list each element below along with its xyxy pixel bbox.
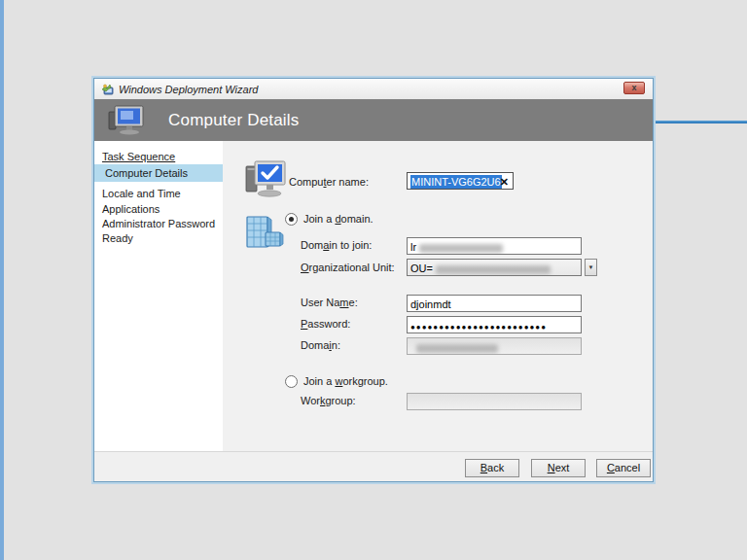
workgroup-label: Workgroup: xyxy=(301,395,356,406)
domain-to-join-input[interactable]: lr xyxy=(407,237,582,255)
sidebar-item-locale-and-time: Locale and Time xyxy=(94,186,223,201)
window-title: Windows Deployment Wizard xyxy=(119,84,258,95)
sidebar-item-ready: Ready xyxy=(94,230,223,246)
computer-name-value: MININT-VG6G2U6 xyxy=(410,175,502,189)
organizational-unit-label: Organizational Unit: xyxy=(301,262,395,273)
domain-to-join-label: Domain to join: xyxy=(301,239,372,251)
content-area: Task Sequence Computer Details Locale an… xyxy=(94,141,653,451)
sidebar-item-computer-details[interactable]: Computer Details xyxy=(94,164,223,182)
next-button[interactable]: Next xyxy=(531,459,586,477)
computer-name-input[interactable]: MININT-VG6G2U6 ✕ xyxy=(407,172,514,190)
sidebar-item-task-sequence[interactable]: Task Sequence xyxy=(94,149,223,164)
cancel-button[interactable]: Cancel xyxy=(596,459,651,477)
redacted-text xyxy=(436,265,551,274)
chevron-down-icon[interactable]: ▼ xyxy=(585,259,597,276)
wizard-window: Windows Deployment Wizard x Computer Det… xyxy=(93,78,654,482)
join-domain-label: Join a domain. xyxy=(303,213,374,225)
back-button[interactable]: Back xyxy=(465,459,519,477)
form-area: Computer name: MININT-VG6G2U6 ✕ Join a d… xyxy=(223,141,653,451)
left-edge-stripe xyxy=(0,0,4,560)
horizontal-accent-line xyxy=(654,121,747,123)
clear-icon[interactable]: ✕ xyxy=(500,174,509,190)
desktop-background: Windows Deployment Wizard x Computer Det… xyxy=(0,0,747,560)
organizational-unit-value: OU= xyxy=(410,262,433,274)
password-input[interactable]: ●●●●●●●●●●●●●●●●●●●●●●●● xyxy=(407,316,582,333)
workgroup-input xyxy=(407,393,582,410)
join-domain-radio[interactable] xyxy=(285,213,298,226)
redacted-text xyxy=(419,244,503,253)
domain-readonly-label: Domain: xyxy=(301,339,340,351)
button-bar: Back Next Cancel xyxy=(94,451,653,481)
computer-name-label: Computer name: xyxy=(289,176,369,188)
page-title: Computer Details xyxy=(168,111,300,130)
domain-to-join-value: lr xyxy=(410,241,416,253)
computer-check-icon xyxy=(244,158,289,203)
sidebar-item-administrator-password: Administrator Password xyxy=(94,216,223,231)
wizard-sidebar: Task Sequence Computer Details Locale an… xyxy=(94,141,223,451)
user-name-value: djoinmdt xyxy=(410,298,451,310)
password-label: Password: xyxy=(301,318,350,330)
titlebar[interactable]: Windows Deployment Wizard x xyxy=(94,79,653,99)
sidebar-item-applications: Applications xyxy=(94,201,223,217)
password-value: ●●●●●●●●●●●●●●●●●●●●●●●● xyxy=(410,323,547,332)
close-icon[interactable]: x xyxy=(623,82,645,94)
join-workgroup-radio[interactable] xyxy=(285,375,298,388)
computer-monitor-icon xyxy=(108,105,147,136)
user-name-input[interactable]: djoinmdt xyxy=(407,295,582,312)
wizard-app-icon xyxy=(100,83,114,96)
page-header: Computer Details xyxy=(94,99,653,141)
domain-readonly-field xyxy=(407,337,582,355)
domain-servers-icon xyxy=(244,215,285,256)
redacted-text xyxy=(416,344,498,353)
join-workgroup-label: Join a workgroup. xyxy=(303,375,388,387)
organizational-unit-combobox[interactable]: OU= xyxy=(407,259,582,276)
user-name-label: User Name: xyxy=(301,297,358,308)
